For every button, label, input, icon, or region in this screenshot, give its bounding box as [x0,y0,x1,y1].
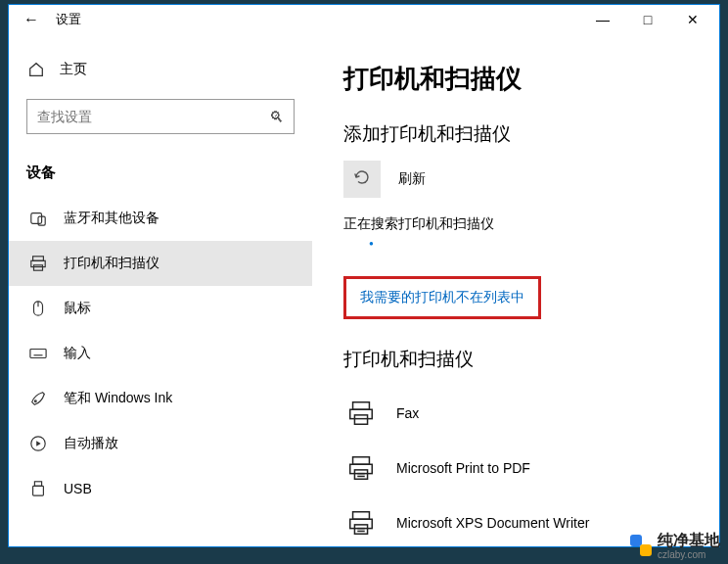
printer-device-icon [343,391,379,436]
refresh-icon [352,167,372,192]
sidebar-item-label: 蓝牙和其他设备 [64,210,159,227]
printer-name: Microsoft Print to PDF [396,460,530,476]
sidebar-item-mouse[interactable]: 鼠标 [26,286,295,331]
sidebar: 主页 🔍︎ 设备 蓝牙和其他设备 打印机和扫描仪 [9,34,312,546]
search-icon[interactable]: 🔍︎ [269,109,284,125]
missing-printer-link[interactable]: 我需要的打印机不在列表中 [360,289,524,305]
home-link[interactable]: 主页 [26,52,295,99]
mouse-icon [28,299,48,318]
printer-device-icon [343,500,379,545]
back-button[interactable]: ← [13,5,50,34]
home-icon [26,60,46,79]
autoplay-icon [28,434,48,453]
svg-rect-2 [33,257,44,261]
sidebar-section-heading: 设备 [26,158,295,196]
content-pane: 打印机和扫描仪 添加打印机和扫描仪 刷新 正在搜索打印机和扫描仪 ● 我需要的打… [312,34,719,546]
svg-rect-4 [34,265,43,270]
pen-icon [28,389,48,408]
list-section-title: 打印机和扫描仪 [343,347,700,372]
sidebar-item-label: 打印机和扫描仪 [64,255,159,272]
svg-rect-22 [350,464,373,473]
svg-rect-27 [350,519,373,528]
close-button[interactable]: ✕ [670,5,715,34]
sidebar-item-usb[interactable]: USB [26,466,295,511]
svg-rect-17 [33,486,44,495]
printer-name: Microsoft XPS Document Writer [396,515,589,531]
titlebar: ← 设置 ― □ ✕ [9,5,719,34]
sidebar-item-label: 鼠标 [64,300,91,317]
sidebar-item-printers[interactable]: 打印机和扫描仪 [9,241,312,286]
window-title: 设置 [50,11,81,28]
home-label: 主页 [60,61,87,78]
search-input-container[interactable]: 🔍︎ [26,99,295,134]
watermark-url: czlaby.com [658,549,720,560]
sidebar-item-label: USB [64,481,92,496]
printer-item[interactable]: Microsoft Print to PDF [343,441,700,495]
keyboard-icon [28,344,48,363]
sidebar-item-autoplay[interactable]: 自动播放 [26,421,295,466]
page-title: 打印机和扫描仪 [343,62,700,96]
svg-rect-20 [354,415,367,424]
printer-name: Fax [396,405,419,421]
sidebar-item-typing[interactable]: 输入 [26,331,295,376]
refresh-button[interactable] [343,161,381,198]
printer-icon [28,254,48,273]
sidebar-item-label: 笔和 Windows Ink [64,390,172,407]
minimize-button[interactable]: ― [580,5,625,34]
svg-point-14 [34,400,36,402]
svg-rect-16 [34,482,41,487]
refresh-label: 刷新 [398,170,426,188]
svg-rect-19 [350,409,373,418]
svg-rect-23 [354,470,367,479]
svg-rect-18 [353,402,370,410]
svg-rect-7 [30,350,46,358]
settings-window: ← 设置 ― □ ✕ 主页 🔍︎ 设备 蓝牙和其他设备 [8,4,720,547]
missing-printer-highlight: 我需要的打印机不在列表中 [343,276,541,319]
svg-rect-28 [354,525,367,534]
svg-rect-26 [353,512,370,520]
watermark-logo [630,535,652,556]
printer-device-icon [343,446,379,491]
progress-indicator: ● [343,239,700,258]
searching-status: 正在搜索打印机和扫描仪 [343,215,700,233]
add-section-title: 添加打印机和扫描仪 [343,121,700,147]
sidebar-item-pen[interactable]: 笔和 Windows Ink [26,376,295,421]
printer-list: Fax Microsoft Print to PDF Microsoft XPS… [343,386,700,546]
svg-rect-0 [31,213,42,224]
sidebar-item-bluetooth[interactable]: 蓝牙和其他设备 [26,196,295,241]
sidebar-item-label: 输入 [64,345,91,362]
search-input[interactable] [37,109,269,124]
svg-rect-21 [353,457,370,465]
usb-icon [28,479,48,498]
maximize-button[interactable]: □ [625,5,670,34]
watermark: 纯净基地 czlaby.com [630,531,720,560]
sidebar-item-label: 自动播放 [64,435,118,452]
bluetooth-icon [28,209,48,228]
watermark-text: 纯净基地 [658,532,720,548]
printer-item[interactable]: Fax [343,386,700,441]
